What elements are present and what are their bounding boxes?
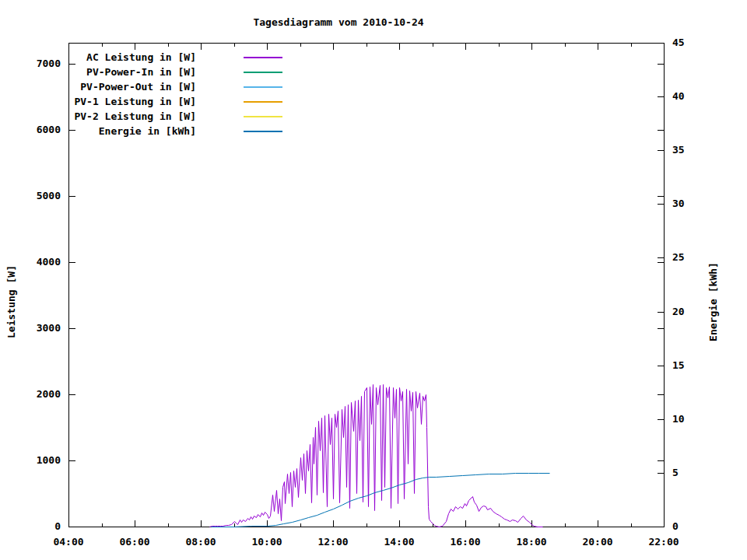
legend-label: PV-2 Leistung in [W] bbox=[31, 110, 196, 124]
legend-line-swatch bbox=[244, 57, 282, 58]
y-right-tick-label: 20 bbox=[672, 306, 703, 318]
y-left-tick-label: 2000 bbox=[16, 388, 61, 401]
y-right-tick-label: 15 bbox=[672, 359, 703, 372]
legend-line-swatch bbox=[244, 116, 282, 117]
y-right-tick-label: 5 bbox=[672, 467, 703, 479]
x-tick-label: 18:00 bbox=[508, 536, 555, 548]
legend-label: PV-1 Leistung in [W] bbox=[31, 95, 196, 109]
y-left-tick-label: 5000 bbox=[16, 190, 61, 202]
y-left-tick-label: 1000 bbox=[16, 454, 61, 467]
series-line-0 bbox=[210, 385, 543, 527]
x-tick-label: 10:00 bbox=[244, 536, 290, 548]
x-tick-label: 22:00 bbox=[640, 536, 687, 548]
legend-label: Energie in [kWh] bbox=[31, 124, 196, 138]
series-line-5 bbox=[212, 474, 550, 527]
legend-label: PV-Power-In in [W] bbox=[31, 65, 196, 79]
x-tick-label: 08:00 bbox=[177, 536, 224, 548]
y-left-tick-label: 3000 bbox=[16, 322, 61, 334]
chart-canvas: Tagesdiagramm vom 2010-10-24 Leistung [W… bbox=[0, 0, 747, 560]
x-tick-label: 12:00 bbox=[310, 536, 356, 548]
y-right-tick-label: 0 bbox=[672, 520, 703, 533]
y-right-tick-label: 25 bbox=[672, 251, 703, 264]
y-right-tick-label: 40 bbox=[672, 90, 703, 103]
x-tick-label: 14:00 bbox=[376, 536, 423, 548]
y-right-tick-label: 35 bbox=[672, 144, 703, 156]
legend-line-swatch bbox=[244, 101, 282, 103]
y-right-tick-label: 45 bbox=[672, 37, 703, 49]
legend-line-swatch bbox=[244, 72, 282, 73]
x-tick-label: 16:00 bbox=[442, 536, 489, 548]
legend-label: AC Leistung in [W] bbox=[31, 51, 196, 65]
legend-label: PV-Power-Out in [W] bbox=[31, 80, 196, 94]
legend-line-swatch bbox=[244, 86, 282, 88]
y-left-tick-label: 0 bbox=[16, 520, 61, 533]
x-tick-label: 20:00 bbox=[574, 536, 621, 548]
x-tick-label: 04:00 bbox=[45, 536, 92, 548]
y-left-tick-label: 4000 bbox=[16, 256, 61, 268]
x-tick-label: 06:00 bbox=[111, 536, 158, 548]
y-right-tick-label: 30 bbox=[672, 198, 703, 210]
legend-line-swatch bbox=[244, 131, 282, 132]
y-right-tick-label: 10 bbox=[672, 413, 703, 425]
